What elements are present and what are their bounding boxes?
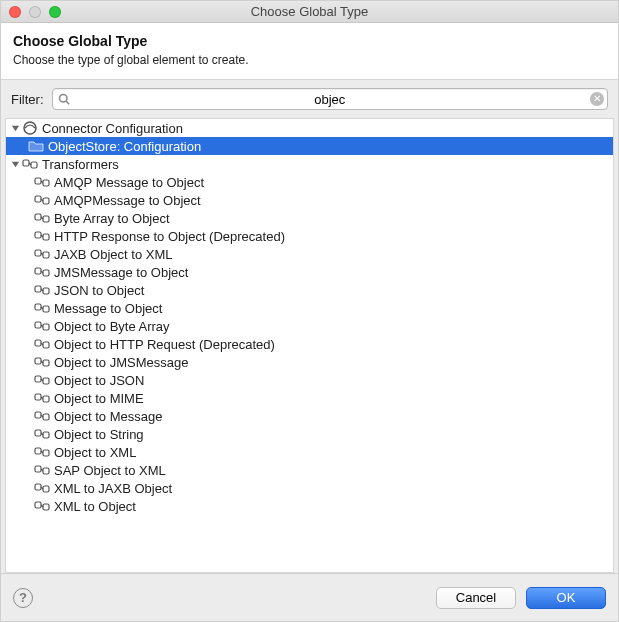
tree-item-label: AMQPMessage to Object — [54, 193, 201, 208]
svg-rect-20 — [35, 250, 41, 256]
tree-item-http-response-to-object[interactable]: HTTP Response to Object (Deprecated) — [6, 227, 613, 245]
tree-group-transformers[interactable]: Transformers — [6, 155, 613, 173]
tree-item-label: Message to Object — [54, 301, 162, 316]
tree-group-label: Connector Configuration — [42, 121, 183, 136]
transformer-icon — [34, 228, 50, 244]
ok-button[interactable]: OK — [526, 587, 606, 609]
tree-item-object-to-mime[interactable]: Object to MIME — [6, 389, 613, 407]
tree-item-label: JMSMessage to Object — [54, 265, 188, 280]
svg-rect-60 — [43, 486, 49, 492]
svg-rect-26 — [35, 286, 41, 292]
transformer-icon — [34, 444, 50, 460]
dialog-subtext: Choose the type of global element to cre… — [13, 53, 606, 67]
titlebar: Choose Global Type — [1, 1, 618, 23]
transformer-icon — [34, 354, 50, 370]
tree-item-label: HTTP Response to Object (Deprecated) — [54, 229, 285, 244]
bottom-bar: ? Cancel OK — [1, 573, 618, 621]
tree-item-sap-object-to-xml[interactable]: SAP Object to XML — [6, 461, 613, 479]
tree-item-label: Object to Byte Array — [54, 319, 170, 334]
svg-rect-57 — [43, 468, 49, 474]
transformer-icon — [34, 426, 50, 442]
svg-rect-56 — [35, 466, 41, 472]
svg-rect-33 — [43, 324, 49, 330]
tree-group-connector-config[interactable]: Connector Configuration — [6, 119, 613, 137]
tree-item-message-to-object[interactable]: Message to Object — [6, 299, 613, 317]
tree-item-label: Object to JMSMessage — [54, 355, 188, 370]
folder-icon — [28, 138, 44, 154]
tree-item-label: JSON to Object — [54, 283, 144, 298]
filter-row: Filter: ✕ — [1, 80, 618, 118]
svg-rect-21 — [43, 252, 49, 258]
tree-item-label: Object to MIME — [54, 391, 144, 406]
tree-item-object-to-byte-array[interactable]: Object to Byte Array — [6, 317, 613, 335]
chevron-down-icon[interactable] — [10, 159, 20, 169]
tree-item-jmsmessage-to-object[interactable]: JMSMessage to Object — [6, 263, 613, 281]
tree-item-byte-array-to-object[interactable]: Byte Array to Object — [6, 209, 613, 227]
transformer-icon — [34, 264, 50, 280]
svg-rect-12 — [43, 198, 49, 204]
svg-rect-35 — [35, 340, 41, 346]
minimize-window-icon — [29, 6, 41, 18]
dialog-window: Choose Global Type Choose Global Type Ch… — [0, 0, 619, 622]
tree-item-object-to-message[interactable]: Object to Message — [6, 407, 613, 425]
svg-rect-24 — [43, 270, 49, 276]
svg-point-3 — [24, 122, 36, 134]
svg-rect-30 — [43, 306, 49, 312]
tree-item-jaxb-object-to-xml[interactable]: JAXB Object to XML — [6, 245, 613, 263]
transformer-icon — [34, 372, 50, 388]
svg-rect-11 — [35, 196, 41, 202]
svg-rect-47 — [35, 412, 41, 418]
svg-marker-2 — [11, 125, 18, 130]
svg-rect-6 — [31, 162, 37, 168]
svg-rect-59 — [35, 484, 41, 490]
tree-item-xml-to-object[interactable]: XML to Object — [6, 497, 613, 515]
tree-item-object-to-json[interactable]: Object to JSON — [6, 371, 613, 389]
cancel-button[interactable]: Cancel — [436, 587, 516, 609]
svg-rect-39 — [43, 360, 49, 366]
tree-item-label: SAP Object to XML — [54, 463, 166, 478]
tree-item-label: Object to String — [54, 427, 144, 442]
svg-rect-27 — [43, 288, 49, 294]
svg-rect-53 — [35, 448, 41, 454]
tree-item-label: Byte Array to Object — [54, 211, 170, 226]
search-icon — [58, 93, 70, 105]
svg-rect-36 — [43, 342, 49, 348]
transformer-icon — [34, 498, 50, 514]
svg-rect-29 — [35, 304, 41, 310]
tree-item-json-to-object[interactable]: JSON to Object — [6, 281, 613, 299]
transformer-icon — [34, 336, 50, 352]
svg-rect-5 — [23, 160, 29, 166]
svg-rect-44 — [35, 394, 41, 400]
zoom-window-icon[interactable] — [49, 6, 61, 18]
tree-item-objectstore-config[interactable]: ObjectStore: Configuration — [6, 137, 613, 155]
svg-rect-45 — [43, 396, 49, 402]
svg-point-0 — [59, 95, 67, 103]
tree-item-object-to-jmsmessage[interactable]: Object to JMSMessage — [6, 353, 613, 371]
transformer-icon — [34, 480, 50, 496]
transformer-icon — [34, 318, 50, 334]
transformer-icon — [34, 408, 50, 424]
filter-input[interactable] — [52, 88, 609, 110]
close-window-icon[interactable] — [9, 6, 21, 18]
tree-item-label: JAXB Object to XML — [54, 247, 173, 262]
type-tree[interactable]: Connector ConfigurationObjectStore: Conf… — [5, 118, 614, 573]
svg-rect-50 — [35, 430, 41, 436]
tree-item-label: AMQP Message to Object — [54, 175, 204, 190]
tree-group-label: Transformers — [42, 157, 119, 172]
transformer-icon — [34, 300, 50, 316]
chevron-down-icon[interactable] — [10, 123, 20, 133]
svg-rect-15 — [43, 216, 49, 222]
svg-rect-62 — [35, 502, 41, 508]
clear-filter-icon[interactable]: ✕ — [590, 92, 604, 106]
tree-item-object-to-string[interactable]: Object to String — [6, 425, 613, 443]
help-icon[interactable]: ? — [13, 588, 33, 608]
tree-item-object-to-http-request[interactable]: Object to HTTP Request (Deprecated) — [6, 335, 613, 353]
tree-item-label: ObjectStore: Configuration — [48, 139, 201, 154]
transformer-icon — [22, 156, 38, 172]
tree-item-amqpmessage-to-object[interactable]: AMQPMessage to Object — [6, 191, 613, 209]
tree-item-amqp-message-to-object[interactable]: AMQP Message to Object — [6, 173, 613, 191]
tree-item-xml-to-jaxb-object[interactable]: XML to JAXB Object — [6, 479, 613, 497]
tree-item-object-to-xml[interactable]: Object to XML — [6, 443, 613, 461]
connector-icon — [22, 120, 38, 136]
svg-rect-54 — [43, 450, 49, 456]
